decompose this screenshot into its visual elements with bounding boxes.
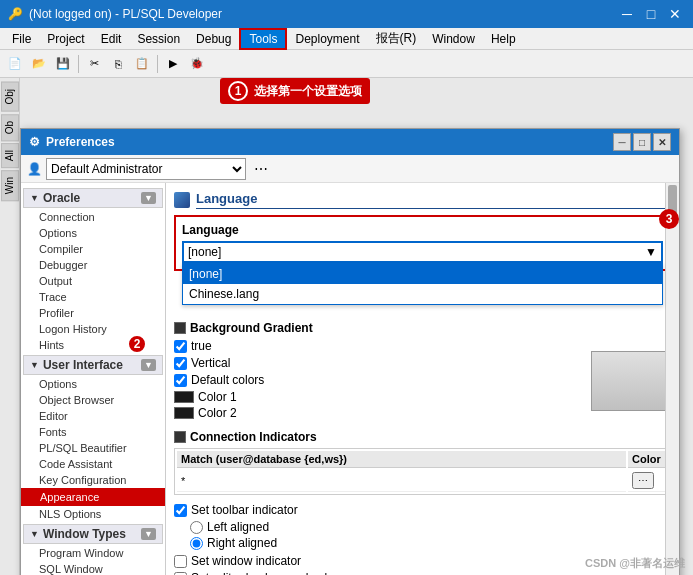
default-colors-checkbox[interactable] bbox=[174, 374, 187, 387]
tree-profiler[interactable]: Profiler bbox=[21, 305, 165, 321]
color1-label: Color 1 bbox=[198, 390, 237, 404]
more-button[interactable]: ⋯ bbox=[250, 158, 272, 180]
lang-option-chinese[interactable]: Chinese.lang bbox=[183, 284, 662, 304]
main-toolbar: 📄 📂 💾 ✂ ⎘ 📋 ▶ 🐞 bbox=[0, 50, 693, 78]
tree-nls-options[interactable]: NLS Options bbox=[21, 506, 165, 522]
close-button[interactable]: ✕ bbox=[665, 4, 685, 24]
enabled-row: true bbox=[174, 339, 583, 353]
left-aligned-radio[interactable] bbox=[190, 521, 203, 534]
dialog-maximize[interactable]: □ bbox=[633, 133, 651, 151]
debug-button[interactable]: 🐞 bbox=[186, 53, 208, 75]
app-title: (Not logged on) - PL/SQL Developer bbox=[29, 7, 611, 21]
tab-obj2[interactable]: Ob bbox=[1, 114, 19, 141]
menu-edit[interactable]: Edit bbox=[93, 30, 130, 48]
right-aligned-row: Right aligned bbox=[190, 536, 671, 550]
dialog-body: ▼ Oracle ▼ Connection Options Compiler D… bbox=[21, 183, 679, 575]
tree-editor[interactable]: Editor bbox=[21, 408, 165, 424]
window-indicator-checkbox[interactable] bbox=[174, 555, 187, 568]
ui-tag: ▼ bbox=[141, 359, 156, 371]
menu-deployment[interactable]: Deployment bbox=[287, 30, 367, 48]
toolbar-indicator-section: Set toolbar indicator Left aligned Right… bbox=[174, 503, 671, 550]
tree-debugger[interactable]: Debugger bbox=[21, 257, 165, 273]
tab-win[interactable]: Win bbox=[1, 170, 19, 201]
tree-options[interactable]: Options bbox=[21, 225, 165, 241]
indicator-match[interactable]: * bbox=[177, 470, 626, 492]
tree-compiler[interactable]: Compiler bbox=[21, 241, 165, 257]
bg-gradient-header: Background Gradient bbox=[174, 321, 671, 335]
step1-badge: 1 bbox=[228, 81, 248, 101]
menu-reports[interactable]: 报告(R) bbox=[368, 28, 425, 49]
tree-window-types-header[interactable]: ▼ Window Types ▼ bbox=[23, 524, 163, 544]
toolbar-indicator-checkbox[interactable] bbox=[174, 504, 187, 517]
vertical-row: Vertical bbox=[174, 356, 583, 370]
scrollbar[interactable] bbox=[665, 183, 679, 575]
bg-gradient-label: Background Gradient bbox=[190, 321, 313, 335]
tree-connection[interactable]: Connection bbox=[21, 209, 165, 225]
indicators-table: Match (user@database {ed,ws}) Color * ⋯ bbox=[174, 448, 671, 495]
tree-logon-history[interactable]: Logon History bbox=[21, 321, 165, 337]
tree-key-config[interactable]: Key Configuration bbox=[21, 472, 165, 488]
toolbar-sep-2 bbox=[157, 55, 158, 73]
tree-fonts[interactable]: Fonts bbox=[21, 424, 165, 440]
color-picker-btn[interactable]: ⋯ bbox=[632, 472, 654, 489]
window-controls: ─ □ ✕ bbox=[617, 4, 685, 24]
admin-icon: 👤 bbox=[27, 162, 42, 176]
tree-ui-options[interactable]: Options bbox=[21, 376, 165, 392]
open-button[interactable]: 📂 bbox=[28, 53, 50, 75]
enabled-label: true bbox=[191, 339, 212, 353]
tree-object-browser[interactable]: Object Browser bbox=[21, 392, 165, 408]
minimize-button[interactable]: ─ bbox=[617, 4, 637, 24]
tab-obj[interactable]: Obj bbox=[1, 82, 19, 112]
right-aligned-radio[interactable] bbox=[190, 537, 203, 550]
tree-ui-header[interactable]: ▼ User Interface ▼ bbox=[23, 355, 163, 375]
enabled-checkbox[interactable] bbox=[174, 340, 187, 353]
maximize-button[interactable]: □ bbox=[641, 4, 661, 24]
save-button[interactable]: 💾 bbox=[52, 53, 74, 75]
tree-plsql-beautifier[interactable]: PL/SQL Beautifier bbox=[21, 440, 165, 456]
lang-selected-text: [none] bbox=[188, 245, 221, 259]
tree-program-window[interactable]: Program Window bbox=[21, 545, 165, 561]
editor-bg-checkbox[interactable] bbox=[174, 572, 187, 576]
menu-bar: File Project Edit Session Debug Tools De… bbox=[0, 28, 693, 50]
copy-button[interactable]: ⎘ bbox=[107, 53, 129, 75]
menu-tools[interactable]: Tools bbox=[239, 28, 287, 50]
tree-appearance[interactable]: Appearance bbox=[21, 488, 165, 506]
window-indicator-label: Set window indicator bbox=[191, 554, 301, 568]
tree-panel: ▼ Oracle ▼ Connection Options Compiler D… bbox=[21, 183, 166, 575]
bg-gradient-preview bbox=[591, 351, 671, 411]
vertical-checkbox[interactable] bbox=[174, 357, 187, 370]
dialog-close[interactable]: ✕ bbox=[653, 133, 671, 151]
menu-debug[interactable]: Debug bbox=[188, 30, 239, 48]
vertical-label: Vertical bbox=[191, 356, 230, 370]
watermark: CSDN @非著名运维 bbox=[585, 556, 685, 571]
language-label: Language bbox=[182, 223, 663, 237]
menu-help[interactable]: Help bbox=[483, 30, 524, 48]
tab-all[interactable]: All bbox=[1, 143, 19, 168]
indicators-label: Connection Indicators bbox=[190, 430, 317, 444]
cut-button[interactable]: ✂ bbox=[83, 53, 105, 75]
menu-project[interactable]: Project bbox=[39, 30, 92, 48]
tree-output[interactable]: Output bbox=[21, 273, 165, 289]
admin-select[interactable]: Default Administrator bbox=[46, 158, 246, 180]
toolbar-indicator-label: Set toolbar indicator bbox=[191, 503, 298, 517]
menu-session[interactable]: Session bbox=[129, 30, 188, 48]
new-button[interactable]: 📄 bbox=[4, 53, 26, 75]
window-types-label: Window Types bbox=[43, 527, 126, 541]
color2-row: Color 2 bbox=[174, 406, 583, 420]
indicators-icon bbox=[174, 431, 186, 443]
run-button[interactable]: ▶ bbox=[162, 53, 184, 75]
menu-file[interactable]: File bbox=[4, 30, 39, 48]
tree-code-assistant[interactable]: Code Assistant bbox=[21, 456, 165, 472]
menu-window[interactable]: Window bbox=[424, 30, 483, 48]
dialog-minimize[interactable]: ─ bbox=[613, 133, 631, 151]
step2-badge: 2 bbox=[127, 334, 147, 354]
paste-button[interactable]: 📋 bbox=[131, 53, 153, 75]
toolbar-indicator-row: Set toolbar indicator bbox=[174, 503, 671, 517]
lang-option-none[interactable]: [none] bbox=[183, 264, 662, 284]
lang-select-display[interactable]: [none] ▼ bbox=[182, 241, 663, 263]
tree-oracle-header[interactable]: ▼ Oracle ▼ bbox=[23, 188, 163, 208]
content-icon bbox=[174, 192, 190, 208]
tree-sql-window[interactable]: SQL Window bbox=[21, 561, 165, 575]
color-header: Color bbox=[628, 451, 668, 468]
tree-trace[interactable]: Trace bbox=[21, 289, 165, 305]
